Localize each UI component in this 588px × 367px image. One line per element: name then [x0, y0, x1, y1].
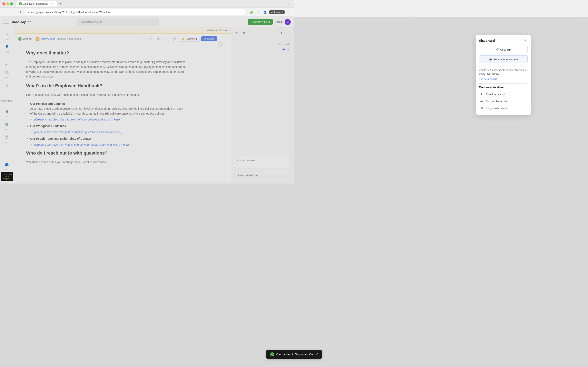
- incognito-label: Incognito: [274, 11, 283, 13]
- tab-title: Employee Handbook for your W: [23, 2, 50, 5]
- maximize-button[interactable]: [10, 2, 13, 5]
- close-button[interactable]: [2, 2, 5, 5]
- forward-button[interactable]: ›: [10, 9, 16, 15]
- incognito-icon: 🕵: [270, 11, 273, 13]
- tab-close-button[interactable]: ×: [52, 2, 54, 5]
- lock-icon: 🔒: [27, 11, 30, 13]
- browser-actions: 🧩 ☆ 👤 🕵 Incognito ⋮: [249, 9, 292, 15]
- profile-button[interactable]: 👤: [262, 9, 268, 15]
- extensions-button[interactable]: 🧩: [249, 9, 254, 15]
- url-text: app.getguru.com/card/iGxgj7AT/Employee-H…: [31, 11, 111, 14]
- tab-bar: G Employee Handbook for your W × + ›: [16, 1, 292, 7]
- traffic-lights: [2, 2, 13, 5]
- new-tab-button[interactable]: +: [58, 1, 63, 7]
- refresh-button[interactable]: ↺: [17, 9, 23, 15]
- browser-tab[interactable]: G Employee Handbook for your W ×: [16, 1, 57, 7]
- browser-chrome: ‹ › ↺ 🔒 app.getguru.com/card/iGxgj7AT/Em…: [0, 8, 294, 17]
- menu-button[interactable]: ⋮: [286, 9, 292, 15]
- back-button[interactable]: ‹: [2, 9, 8, 15]
- minimize-button[interactable]: [6, 2, 9, 5]
- overlay-backdrop[interactable]: [0, 17, 294, 184]
- incognito-badge: 🕵 Incognito: [269, 10, 285, 14]
- titlebar: G Employee Handbook for your W × + ›: [0, 0, 294, 8]
- address-bar[interactable]: 🔒 app.getguru.com/card/iGxgj7AT/Employee…: [25, 9, 247, 15]
- tabs-more-button[interactable]: ›: [286, 1, 292, 7]
- bookmark-button[interactable]: ☆: [255, 9, 261, 15]
- tab-favicon: G: [19, 2, 22, 5]
